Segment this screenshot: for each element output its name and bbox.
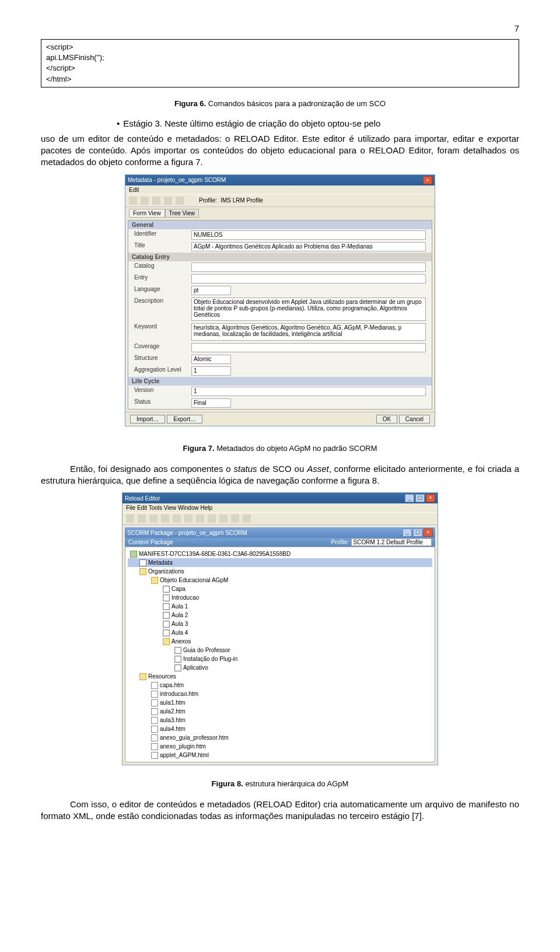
field-entry[interactable] xyxy=(191,274,426,284)
file-icon xyxy=(151,699,158,706)
profile-select[interactable]: IMS LRM Profile xyxy=(220,197,302,204)
reload-title: Reload Editor xyxy=(125,495,160,502)
max-icon[interactable]: ▢ xyxy=(413,528,422,537)
fig6-text: Comandos básicos para a padronização de … xyxy=(206,99,386,108)
node-res-intro[interactable]: introducao.htm xyxy=(128,690,432,698)
menu-edit[interactable]: Edit xyxy=(129,187,139,193)
node-capa[interactable]: Capa xyxy=(128,584,432,593)
node-aula3[interactable]: Aula 3 xyxy=(128,620,432,628)
field-version[interactable]: 1 xyxy=(191,387,426,396)
code-box: <script> api.LMSFinish(''); </script> </… xyxy=(41,39,519,88)
page-icon xyxy=(174,664,181,671)
pkg-window-controls: _ ▢ × xyxy=(402,528,433,537)
page-icon xyxy=(163,612,170,619)
node-aula1[interactable]: Aula 1 xyxy=(128,602,432,611)
node-res-guia[interactable]: anexo_guia_professor.htm xyxy=(128,733,432,742)
profile-select[interactable]: SCORM 1.2 Default Profile xyxy=(351,538,432,546)
figure7-caption: Figura 7. Metadados do objeto AGpM no pa… xyxy=(41,444,519,453)
copy-icon[interactable] xyxy=(173,514,181,523)
code-line: </html> xyxy=(46,74,514,85)
back-icon[interactable] xyxy=(129,197,137,205)
node-manifest[interactable]: MANIFEST-D7CC139A-68DE-0361-C3A6-80295A1… xyxy=(128,550,432,558)
close-icon[interactable]: × xyxy=(424,528,433,537)
cancel-button[interactable]: Cancel xyxy=(399,415,430,424)
min-icon[interactable]: _ xyxy=(402,528,412,537)
paste-icon[interactable] xyxy=(164,197,172,205)
node-res-aula1[interactable]: aula1.htm xyxy=(128,698,432,707)
node-res-capa[interactable]: capa.htm xyxy=(128,681,432,690)
node-aula2[interactable]: Aula 2 xyxy=(128,611,432,620)
section-catalog-entry: Catalog Entry xyxy=(128,253,432,261)
node-res-aula4[interactable]: aula4.htm xyxy=(128,724,432,733)
delete-icon[interactable] xyxy=(196,514,204,523)
node-aula4[interactable]: Aula 4 xyxy=(128,628,432,637)
node-res-aula3[interactable]: aula3.htm xyxy=(128,716,432,724)
cut-icon[interactable] xyxy=(161,514,169,523)
folder-icon xyxy=(139,568,146,575)
adl-icon[interactable] xyxy=(219,514,228,523)
delete-icon[interactable] xyxy=(176,197,184,205)
code-line: api.LMSFinish(''); xyxy=(46,52,514,63)
page-icon xyxy=(163,586,170,593)
field-agglevel[interactable]: 1 xyxy=(191,366,231,376)
node-aplicativo[interactable]: Aplicativo xyxy=(128,663,432,672)
zip-icon[interactable] xyxy=(243,514,251,523)
fig8-label: Figura 8. xyxy=(212,779,243,788)
close-icon[interactable]: × xyxy=(423,176,432,184)
node-anexos[interactable]: Anexos xyxy=(128,637,432,646)
min-icon[interactable]: _ xyxy=(405,494,414,502)
node-res-applet[interactable]: applet_AGPM.html xyxy=(128,751,432,760)
paste-icon[interactable] xyxy=(184,514,192,523)
lbl-catalog: Catalog xyxy=(134,262,187,269)
lbl-structure: Structure xyxy=(134,355,187,361)
field-keyword[interactable]: heurística, Algoritmos Genéticos, Algori… xyxy=(191,323,426,341)
page-icon xyxy=(163,629,170,636)
forward-icon[interactable] xyxy=(141,197,149,205)
page-icon xyxy=(163,603,170,610)
ok-button[interactable]: OK xyxy=(376,415,397,424)
file-icon xyxy=(151,752,158,759)
folder-icon xyxy=(151,577,158,584)
node-resources[interactable]: Resources xyxy=(128,672,432,681)
folder-icon xyxy=(139,673,146,680)
paragraph-1: uso de um editor de conteúdo e metadados… xyxy=(41,133,519,169)
export-button[interactable]: Export… xyxy=(167,415,202,424)
max-icon[interactable]: ▢ xyxy=(415,494,425,502)
field-language[interactable]: pt xyxy=(191,286,231,295)
open-icon[interactable] xyxy=(138,514,146,523)
bullet-dot: • xyxy=(117,118,120,128)
import-button[interactable]: Import… xyxy=(130,415,165,424)
preview-icon[interactable] xyxy=(231,514,239,523)
node-guia[interactable]: Guia do Professor xyxy=(128,646,432,654)
field-structure[interactable]: Atomic xyxy=(191,355,231,364)
field-title[interactable]: AGpM - Algoritmos Genéticos Aplicado ao … xyxy=(191,242,426,251)
node-org-root[interactable]: Objeto Educacional AGpM xyxy=(128,576,432,584)
field-identifier[interactable]: NUMELOS xyxy=(191,230,426,240)
lbl-description: Description xyxy=(134,298,187,304)
node-organizations[interactable]: Organizations xyxy=(128,567,432,576)
figure8-caption: Figura 8. estrutura hierárquica do AGpM xyxy=(41,779,519,788)
cp-label: Content Package xyxy=(128,539,173,545)
field-coverage[interactable] xyxy=(191,343,426,352)
node-plugin[interactable]: Instalação do Plug-in xyxy=(128,654,432,663)
node-intro[interactable]: Introducao xyxy=(128,593,432,602)
tab-tree-view[interactable]: Tree View xyxy=(165,209,199,218)
pkg-title: SCORM Package - projeto_oe_agpm SCORM xyxy=(127,530,247,536)
new-icon[interactable] xyxy=(126,514,134,523)
node-metadata[interactable]: Metadata xyxy=(128,558,432,567)
field-status[interactable]: Final xyxy=(191,398,231,408)
tab-form-view[interactable]: Form View xyxy=(129,209,165,218)
fig7-text: Metadados do objeto AGpM no padrão SCORM xyxy=(215,444,377,453)
copy-icon[interactable] xyxy=(152,197,160,205)
file-icon xyxy=(151,691,158,698)
node-res-plugin[interactable]: anexo_plugin.htm xyxy=(128,742,432,751)
field-description[interactable]: Objeto Educacional desenvolvido em Apple… xyxy=(191,298,426,321)
refresh-icon[interactable] xyxy=(208,514,216,523)
save-icon[interactable] xyxy=(149,514,158,523)
package-tree[interactable]: MANIFEST-D7CC139A-68DE-0361-C3A6-80295A1… xyxy=(125,547,435,762)
close-icon[interactable]: × xyxy=(426,494,435,502)
field-catalog[interactable] xyxy=(191,262,426,272)
file-icon xyxy=(151,717,158,724)
node-res-aula2[interactable]: aula2.htm xyxy=(128,707,432,716)
reload-menubar[interactable]: File Edit Tools View Window Help xyxy=(123,503,438,512)
